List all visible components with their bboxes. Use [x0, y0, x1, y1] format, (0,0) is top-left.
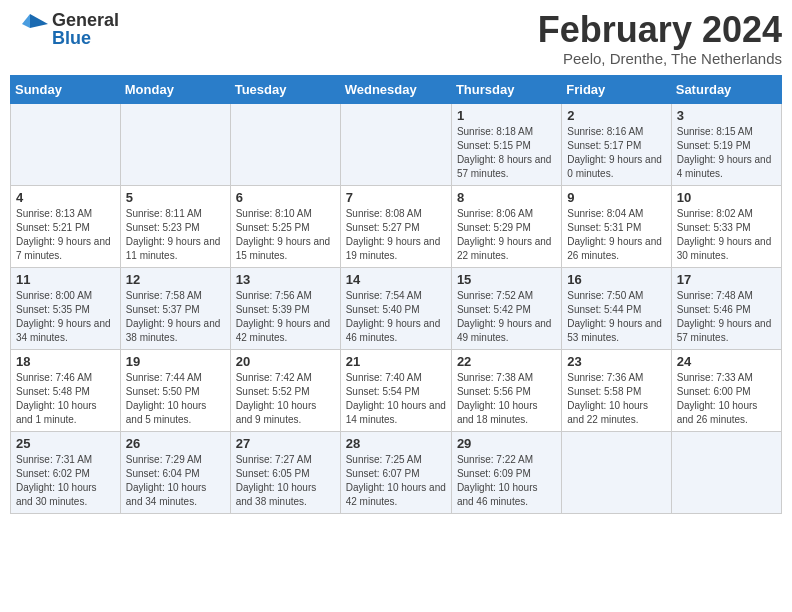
day-number: 23	[567, 354, 665, 369]
logo-text-block: General Blue	[52, 11, 119, 47]
logo-blue-text: Blue	[52, 29, 119, 47]
calendar-table: Sunday Monday Tuesday Wednesday Thursday…	[10, 75, 782, 514]
table-row: 28Sunrise: 7:25 AM Sunset: 6:07 PM Dayli…	[340, 431, 451, 513]
table-row	[11, 103, 121, 185]
day-info: Sunrise: 7:29 AM Sunset: 6:04 PM Dayligh…	[126, 453, 225, 509]
calendar-week-row: 25Sunrise: 7:31 AM Sunset: 6:02 PM Dayli…	[11, 431, 782, 513]
logo: General Blue	[10, 10, 119, 48]
day-number: 5	[126, 190, 225, 205]
day-number: 3	[677, 108, 776, 123]
table-row: 14Sunrise: 7:54 AM Sunset: 5:40 PM Dayli…	[340, 267, 451, 349]
table-row	[230, 103, 340, 185]
day-number: 8	[457, 190, 556, 205]
day-info: Sunrise: 8:04 AM Sunset: 5:31 PM Dayligh…	[567, 207, 665, 263]
col-tuesday: Tuesday	[230, 75, 340, 103]
day-info: Sunrise: 7:54 AM Sunset: 5:40 PM Dayligh…	[346, 289, 446, 345]
col-friday: Friday	[562, 75, 671, 103]
table-row: 6Sunrise: 8:10 AM Sunset: 5:25 PM Daylig…	[230, 185, 340, 267]
calendar-header-row: Sunday Monday Tuesday Wednesday Thursday…	[11, 75, 782, 103]
calendar-week-row: 4Sunrise: 8:13 AM Sunset: 5:21 PM Daylig…	[11, 185, 782, 267]
page-container: General Blue February 2024 Peelo, Drenth…	[0, 0, 792, 524]
location-subtitle: Peelo, Drenthe, The Netherlands	[538, 50, 782, 67]
col-wednesday: Wednesday	[340, 75, 451, 103]
header: General Blue February 2024 Peelo, Drenth…	[10, 10, 782, 67]
table-row	[562, 431, 671, 513]
day-number: 18	[16, 354, 115, 369]
day-info: Sunrise: 8:08 AM Sunset: 5:27 PM Dayligh…	[346, 207, 446, 263]
day-number: 29	[457, 436, 556, 451]
day-number: 20	[236, 354, 335, 369]
day-info: Sunrise: 7:42 AM Sunset: 5:52 PM Dayligh…	[236, 371, 335, 427]
col-monday: Monday	[120, 75, 230, 103]
table-row: 4Sunrise: 8:13 AM Sunset: 5:21 PM Daylig…	[11, 185, 121, 267]
day-info: Sunrise: 8:06 AM Sunset: 5:29 PM Dayligh…	[457, 207, 556, 263]
day-info: Sunrise: 7:25 AM Sunset: 6:07 PM Dayligh…	[346, 453, 446, 509]
logo-bird-icon	[10, 10, 48, 48]
table-row: 21Sunrise: 7:40 AM Sunset: 5:54 PM Dayli…	[340, 349, 451, 431]
month-year-title: February 2024	[538, 10, 782, 50]
day-number: 24	[677, 354, 776, 369]
calendar-week-row: 18Sunrise: 7:46 AM Sunset: 5:48 PM Dayli…	[11, 349, 782, 431]
table-row: 20Sunrise: 7:42 AM Sunset: 5:52 PM Dayli…	[230, 349, 340, 431]
day-info: Sunrise: 8:11 AM Sunset: 5:23 PM Dayligh…	[126, 207, 225, 263]
day-number: 28	[346, 436, 446, 451]
day-info: Sunrise: 8:02 AM Sunset: 5:33 PM Dayligh…	[677, 207, 776, 263]
table-row: 12Sunrise: 7:58 AM Sunset: 5:37 PM Dayli…	[120, 267, 230, 349]
table-row: 9Sunrise: 8:04 AM Sunset: 5:31 PM Daylig…	[562, 185, 671, 267]
logo-general-text: General	[52, 11, 119, 29]
day-info: Sunrise: 7:38 AM Sunset: 5:56 PM Dayligh…	[457, 371, 556, 427]
day-number: 7	[346, 190, 446, 205]
table-row: 5Sunrise: 8:11 AM Sunset: 5:23 PM Daylig…	[120, 185, 230, 267]
table-row	[120, 103, 230, 185]
day-number: 27	[236, 436, 335, 451]
day-info: Sunrise: 7:40 AM Sunset: 5:54 PM Dayligh…	[346, 371, 446, 427]
day-info: Sunrise: 7:22 AM Sunset: 6:09 PM Dayligh…	[457, 453, 556, 509]
day-info: Sunrise: 7:56 AM Sunset: 5:39 PM Dayligh…	[236, 289, 335, 345]
table-row: 23Sunrise: 7:36 AM Sunset: 5:58 PM Dayli…	[562, 349, 671, 431]
table-row: 18Sunrise: 7:46 AM Sunset: 5:48 PM Dayli…	[11, 349, 121, 431]
day-number: 1	[457, 108, 556, 123]
day-number: 10	[677, 190, 776, 205]
table-row: 16Sunrise: 7:50 AM Sunset: 5:44 PM Dayli…	[562, 267, 671, 349]
calendar-week-row: 11Sunrise: 8:00 AM Sunset: 5:35 PM Dayli…	[11, 267, 782, 349]
table-row: 13Sunrise: 7:56 AM Sunset: 5:39 PM Dayli…	[230, 267, 340, 349]
day-number: 14	[346, 272, 446, 287]
day-number: 26	[126, 436, 225, 451]
day-info: Sunrise: 8:00 AM Sunset: 5:35 PM Dayligh…	[16, 289, 115, 345]
table-row: 27Sunrise: 7:27 AM Sunset: 6:05 PM Dayli…	[230, 431, 340, 513]
col-thursday: Thursday	[451, 75, 561, 103]
day-info: Sunrise: 7:48 AM Sunset: 5:46 PM Dayligh…	[677, 289, 776, 345]
day-info: Sunrise: 7:44 AM Sunset: 5:50 PM Dayligh…	[126, 371, 225, 427]
day-info: Sunrise: 7:52 AM Sunset: 5:42 PM Dayligh…	[457, 289, 556, 345]
table-row: 24Sunrise: 7:33 AM Sunset: 6:00 PM Dayli…	[671, 349, 781, 431]
table-row: 17Sunrise: 7:48 AM Sunset: 5:46 PM Dayli…	[671, 267, 781, 349]
table-row: 2Sunrise: 8:16 AM Sunset: 5:17 PM Daylig…	[562, 103, 671, 185]
day-number: 19	[126, 354, 225, 369]
day-number: 4	[16, 190, 115, 205]
day-number: 11	[16, 272, 115, 287]
day-number: 12	[126, 272, 225, 287]
col-sunday: Sunday	[11, 75, 121, 103]
calendar-week-row: 1Sunrise: 8:18 AM Sunset: 5:15 PM Daylig…	[11, 103, 782, 185]
table-row: 25Sunrise: 7:31 AM Sunset: 6:02 PM Dayli…	[11, 431, 121, 513]
table-row: 11Sunrise: 8:00 AM Sunset: 5:35 PM Dayli…	[11, 267, 121, 349]
day-number: 6	[236, 190, 335, 205]
day-number: 2	[567, 108, 665, 123]
day-info: Sunrise: 7:27 AM Sunset: 6:05 PM Dayligh…	[236, 453, 335, 509]
day-info: Sunrise: 7:31 AM Sunset: 6:02 PM Dayligh…	[16, 453, 115, 509]
table-row: 29Sunrise: 7:22 AM Sunset: 6:09 PM Dayli…	[451, 431, 561, 513]
svg-marker-1	[22, 14, 30, 28]
table-row	[671, 431, 781, 513]
table-row: 10Sunrise: 8:02 AM Sunset: 5:33 PM Dayli…	[671, 185, 781, 267]
table-row: 7Sunrise: 8:08 AM Sunset: 5:27 PM Daylig…	[340, 185, 451, 267]
table-row: 22Sunrise: 7:38 AM Sunset: 5:56 PM Dayli…	[451, 349, 561, 431]
day-number: 25	[16, 436, 115, 451]
table-row: 1Sunrise: 8:18 AM Sunset: 5:15 PM Daylig…	[451, 103, 561, 185]
day-info: Sunrise: 7:33 AM Sunset: 6:00 PM Dayligh…	[677, 371, 776, 427]
day-info: Sunrise: 7:58 AM Sunset: 5:37 PM Dayligh…	[126, 289, 225, 345]
day-info: Sunrise: 7:50 AM Sunset: 5:44 PM Dayligh…	[567, 289, 665, 345]
title-section: February 2024 Peelo, Drenthe, The Nether…	[538, 10, 782, 67]
day-info: Sunrise: 8:13 AM Sunset: 5:21 PM Dayligh…	[16, 207, 115, 263]
day-number: 15	[457, 272, 556, 287]
day-info: Sunrise: 7:46 AM Sunset: 5:48 PM Dayligh…	[16, 371, 115, 427]
